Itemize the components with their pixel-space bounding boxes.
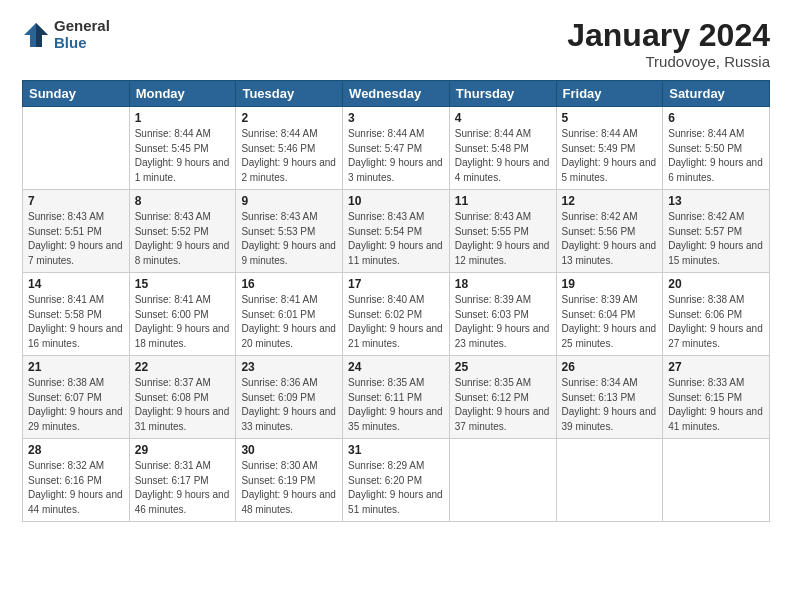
day-number: 22 <box>135 360 231 374</box>
calendar-cell <box>663 439 770 522</box>
day-number: 12 <box>562 194 658 208</box>
day-number: 31 <box>348 443 444 457</box>
day-info: Sunrise: 8:43 AM Sunset: 5:54 PM Dayligh… <box>348 210 444 268</box>
location-title: Trudovoye, Russia <box>567 53 770 70</box>
weekday-header-tuesday: Tuesday <box>236 81 343 107</box>
calendar-cell: 31Sunrise: 8:29 AM Sunset: 6:20 PM Dayli… <box>343 439 450 522</box>
calendar-cell: 4Sunrise: 8:44 AM Sunset: 5:48 PM Daylig… <box>449 107 556 190</box>
calendar-week-4: 21Sunrise: 8:38 AM Sunset: 6:07 PM Dayli… <box>23 356 770 439</box>
calendar-cell: 22Sunrise: 8:37 AM Sunset: 6:08 PM Dayli… <box>129 356 236 439</box>
calendar-cell: 16Sunrise: 8:41 AM Sunset: 6:01 PM Dayli… <box>236 273 343 356</box>
day-info: Sunrise: 8:41 AM Sunset: 6:01 PM Dayligh… <box>241 293 337 351</box>
day-number: 17 <box>348 277 444 291</box>
day-info: Sunrise: 8:38 AM Sunset: 6:06 PM Dayligh… <box>668 293 764 351</box>
day-number: 25 <box>455 360 551 374</box>
calendar-cell: 3Sunrise: 8:44 AM Sunset: 5:47 PM Daylig… <box>343 107 450 190</box>
calendar-cell <box>556 439 663 522</box>
calendar-cell <box>23 107 130 190</box>
day-info: Sunrise: 8:44 AM Sunset: 5:45 PM Dayligh… <box>135 127 231 185</box>
calendar-cell: 23Sunrise: 8:36 AM Sunset: 6:09 PM Dayli… <box>236 356 343 439</box>
day-number: 4 <box>455 111 551 125</box>
weekday-header-friday: Friday <box>556 81 663 107</box>
day-info: Sunrise: 8:44 AM Sunset: 5:48 PM Dayligh… <box>455 127 551 185</box>
day-info: Sunrise: 8:43 AM Sunset: 5:53 PM Dayligh… <box>241 210 337 268</box>
calendar-cell: 25Sunrise: 8:35 AM Sunset: 6:12 PM Dayli… <box>449 356 556 439</box>
day-info: Sunrise: 8:39 AM Sunset: 6:04 PM Dayligh… <box>562 293 658 351</box>
day-info: Sunrise: 8:35 AM Sunset: 6:12 PM Dayligh… <box>455 376 551 434</box>
logo: General Blue <box>22 18 110 51</box>
calendar-cell: 10Sunrise: 8:43 AM Sunset: 5:54 PM Dayli… <box>343 190 450 273</box>
day-info: Sunrise: 8:29 AM Sunset: 6:20 PM Dayligh… <box>348 459 444 517</box>
day-number: 11 <box>455 194 551 208</box>
day-info: Sunrise: 8:30 AM Sunset: 6:19 PM Dayligh… <box>241 459 337 517</box>
calendar-cell: 28Sunrise: 8:32 AM Sunset: 6:16 PM Dayli… <box>23 439 130 522</box>
day-info: Sunrise: 8:37 AM Sunset: 6:08 PM Dayligh… <box>135 376 231 434</box>
calendar-cell: 30Sunrise: 8:30 AM Sunset: 6:19 PM Dayli… <box>236 439 343 522</box>
calendar-cell: 11Sunrise: 8:43 AM Sunset: 5:55 PM Dayli… <box>449 190 556 273</box>
day-number: 27 <box>668 360 764 374</box>
calendar-cell: 2Sunrise: 8:44 AM Sunset: 5:46 PM Daylig… <box>236 107 343 190</box>
calendar-body: 1Sunrise: 8:44 AM Sunset: 5:45 PM Daylig… <box>23 107 770 522</box>
logo-general-label: General <box>54 18 110 35</box>
day-number: 9 <box>241 194 337 208</box>
calendar-cell <box>449 439 556 522</box>
day-info: Sunrise: 8:39 AM Sunset: 6:03 PM Dayligh… <box>455 293 551 351</box>
day-number: 8 <box>135 194 231 208</box>
day-number: 15 <box>135 277 231 291</box>
day-info: Sunrise: 8:43 AM Sunset: 5:52 PM Dayligh… <box>135 210 231 268</box>
calendar-week-2: 7Sunrise: 8:43 AM Sunset: 5:51 PM Daylig… <box>23 190 770 273</box>
logo-text: General Blue <box>54 18 110 51</box>
day-info: Sunrise: 8:40 AM Sunset: 6:02 PM Dayligh… <box>348 293 444 351</box>
day-info: Sunrise: 8:34 AM Sunset: 6:13 PM Dayligh… <box>562 376 658 434</box>
day-number: 18 <box>455 277 551 291</box>
day-number: 1 <box>135 111 231 125</box>
calendar-cell: 26Sunrise: 8:34 AM Sunset: 6:13 PM Dayli… <box>556 356 663 439</box>
logo-blue-label: Blue <box>54 35 110 52</box>
day-info: Sunrise: 8:43 AM Sunset: 5:55 PM Dayligh… <box>455 210 551 268</box>
calendar-table: SundayMondayTuesdayWednesdayThursdayFrid… <box>22 80 770 522</box>
calendar-cell: 5Sunrise: 8:44 AM Sunset: 5:49 PM Daylig… <box>556 107 663 190</box>
title-block: January 2024 Trudovoye, Russia <box>567 18 770 70</box>
day-info: Sunrise: 8:41 AM Sunset: 6:00 PM Dayligh… <box>135 293 231 351</box>
day-number: 16 <box>241 277 337 291</box>
calendar-cell: 6Sunrise: 8:44 AM Sunset: 5:50 PM Daylig… <box>663 107 770 190</box>
day-info: Sunrise: 8:32 AM Sunset: 6:16 PM Dayligh… <box>28 459 124 517</box>
calendar-cell: 14Sunrise: 8:41 AM Sunset: 5:58 PM Dayli… <box>23 273 130 356</box>
day-info: Sunrise: 8:33 AM Sunset: 6:15 PM Dayligh… <box>668 376 764 434</box>
day-number: 5 <box>562 111 658 125</box>
calendar-week-1: 1Sunrise: 8:44 AM Sunset: 5:45 PM Daylig… <box>23 107 770 190</box>
day-info: Sunrise: 8:38 AM Sunset: 6:07 PM Dayligh… <box>28 376 124 434</box>
weekday-header-row: SundayMondayTuesdayWednesdayThursdayFrid… <box>23 81 770 107</box>
day-number: 30 <box>241 443 337 457</box>
calendar-cell: 18Sunrise: 8:39 AM Sunset: 6:03 PM Dayli… <box>449 273 556 356</box>
calendar-cell: 8Sunrise: 8:43 AM Sunset: 5:52 PM Daylig… <box>129 190 236 273</box>
day-info: Sunrise: 8:31 AM Sunset: 6:17 PM Dayligh… <box>135 459 231 517</box>
day-number: 24 <box>348 360 444 374</box>
calendar-cell: 19Sunrise: 8:39 AM Sunset: 6:04 PM Dayli… <box>556 273 663 356</box>
calendar-cell: 21Sunrise: 8:38 AM Sunset: 6:07 PM Dayli… <box>23 356 130 439</box>
weekday-header-saturday: Saturday <box>663 81 770 107</box>
day-info: Sunrise: 8:44 AM Sunset: 5:50 PM Dayligh… <box>668 127 764 185</box>
day-number: 26 <box>562 360 658 374</box>
day-number: 14 <box>28 277 124 291</box>
logo-icon <box>22 21 50 49</box>
day-number: 13 <box>668 194 764 208</box>
calendar-cell: 1Sunrise: 8:44 AM Sunset: 5:45 PM Daylig… <box>129 107 236 190</box>
header: General Blue January 2024 Trudovoye, Rus… <box>22 18 770 70</box>
day-info: Sunrise: 8:44 AM Sunset: 5:47 PM Dayligh… <box>348 127 444 185</box>
weekday-header-thursday: Thursday <box>449 81 556 107</box>
day-number: 2 <box>241 111 337 125</box>
weekday-header-sunday: Sunday <box>23 81 130 107</box>
calendar-cell: 29Sunrise: 8:31 AM Sunset: 6:17 PM Dayli… <box>129 439 236 522</box>
calendar-cell: 9Sunrise: 8:43 AM Sunset: 5:53 PM Daylig… <box>236 190 343 273</box>
calendar-cell: 27Sunrise: 8:33 AM Sunset: 6:15 PM Dayli… <box>663 356 770 439</box>
day-info: Sunrise: 8:44 AM Sunset: 5:49 PM Dayligh… <box>562 127 658 185</box>
day-number: 20 <box>668 277 764 291</box>
day-info: Sunrise: 8:42 AM Sunset: 5:56 PM Dayligh… <box>562 210 658 268</box>
calendar-week-5: 28Sunrise: 8:32 AM Sunset: 6:16 PM Dayli… <box>23 439 770 522</box>
day-number: 10 <box>348 194 444 208</box>
day-number: 19 <box>562 277 658 291</box>
day-number: 3 <box>348 111 444 125</box>
calendar-week-3: 14Sunrise: 8:41 AM Sunset: 5:58 PM Dayli… <box>23 273 770 356</box>
calendar-cell: 17Sunrise: 8:40 AM Sunset: 6:02 PM Dayli… <box>343 273 450 356</box>
